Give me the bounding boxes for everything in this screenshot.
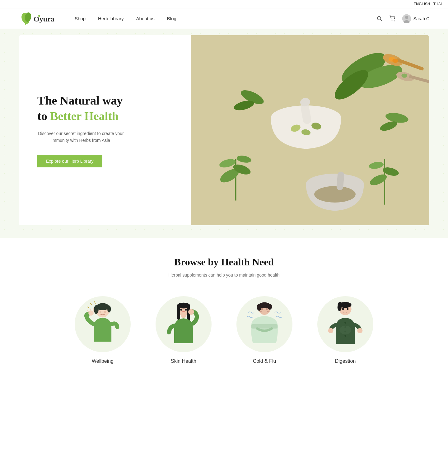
- health-item-cold[interactable]: Cold & Flu: [233, 296, 296, 364]
- svg-point-73: [266, 308, 268, 310]
- main-nav: Oyura Shop Herb Library About us Blog: [0, 8, 448, 29]
- cold-circle: [236, 296, 292, 352]
- svg-line-57: [87, 307, 89, 308]
- svg-point-84: [344, 335, 346, 337]
- svg-point-31: [314, 186, 356, 203]
- svg-point-20: [393, 59, 399, 63]
- avatar: [402, 14, 411, 23]
- nav-blog[interactable]: Blog: [167, 16, 176, 21]
- nav-links: Shop Herb Library About us Blog: [75, 16, 376, 21]
- hero: The Natural way to Better Health Discove…: [19, 35, 429, 225]
- svg-point-64: [185, 309, 187, 311]
- svg-point-72: [261, 308, 263, 310]
- svg-point-48: [94, 305, 99, 314]
- svg-point-4: [38, 15, 40, 17]
- browse-subtitle: Herbal supplements can help you to maint…: [19, 273, 429, 278]
- hero-wrapper: The Natural way to Better Health Discove…: [0, 29, 448, 238]
- hero-image: [191, 35, 429, 225]
- svg-point-7: [391, 20, 392, 21]
- health-grid: Wellbeing: [19, 296, 429, 364]
- browse-title: Browse by Health Need: [19, 256, 429, 268]
- wellbeing-circle: [75, 296, 131, 352]
- skin-label: Skin Health: [171, 358, 196, 364]
- svg-point-86: [357, 328, 362, 333]
- svg-point-78: [338, 302, 343, 307]
- health-item-digestion[interactable]: Digestion: [314, 296, 376, 364]
- explore-herb-library-button[interactable]: Explore our Herb Library: [37, 155, 102, 167]
- language-bar: ENGLISH THAI: [0, 0, 448, 8]
- health-item-wellbeing[interactable]: Wellbeing: [72, 296, 134, 364]
- svg-point-79: [342, 308, 344, 310]
- svg-point-70: [257, 304, 262, 311]
- user-name: Sarah C: [413, 16, 429, 21]
- wellbeing-label: Wellbeing: [92, 358, 114, 364]
- cold-label: Cold & Flu: [253, 358, 276, 364]
- nav-right: Sarah C: [376, 14, 429, 23]
- svg-point-8: [394, 20, 394, 21]
- svg-line-53: [87, 310, 89, 312]
- nav-shop[interactable]: Shop: [75, 16, 86, 21]
- svg-line-56: [91, 303, 93, 306]
- skin-circle: [156, 296, 212, 352]
- hero-illustration: [191, 35, 429, 225]
- svg-point-23: [402, 74, 408, 78]
- nav-herb-library[interactable]: Herb Library: [98, 16, 124, 21]
- svg-point-71: [267, 304, 272, 310]
- svg-point-85: [328, 328, 334, 333]
- svg-point-66: [181, 312, 187, 318]
- search-icon[interactable]: [376, 15, 383, 22]
- hero-left: The Natural way to Better Health Discove…: [19, 35, 191, 225]
- svg-point-67: [188, 309, 194, 315]
- hero-subtitle: Discover our secret ingredient to create…: [37, 130, 124, 144]
- svg-line-54: [91, 309, 91, 311]
- nav-about-us[interactable]: About us: [136, 16, 155, 21]
- svg-rect-61: [177, 305, 180, 320]
- svg-text:Oyura: Oyura: [34, 15, 54, 23]
- hero-title: The Natural way to Better Health: [37, 93, 172, 124]
- svg-point-50: [100, 311, 101, 313]
- browse-section: Browse by Health Need Herbal supplements…: [0, 238, 448, 389]
- wellbeing-figure: [81, 301, 124, 348]
- logo-svg: Oyura: [19, 12, 62, 26]
- health-item-skin[interactable]: Skin Health: [152, 296, 215, 364]
- svg-point-87: [339, 326, 351, 334]
- digestion-label: Digestion: [335, 358, 356, 364]
- cold-figure: [243, 301, 286, 348]
- svg-point-49: [107, 306, 111, 313]
- svg-point-10: [405, 16, 408, 19]
- svg-line-6: [380, 20, 382, 21]
- svg-point-80: [347, 308, 349, 310]
- user-area[interactable]: Sarah C: [402, 14, 429, 23]
- svg-rect-74: [251, 324, 278, 329]
- cart-icon[interactable]: [389, 15, 396, 22]
- thai-lang[interactable]: THAI: [433, 2, 442, 6]
- svg-point-51: [104, 311, 106, 313]
- svg-line-58: [95, 301, 96, 304]
- digestion-figure: [324, 301, 367, 348]
- skin-figure: [162, 301, 205, 348]
- svg-point-5: [377, 16, 381, 20]
- english-lang[interactable]: ENGLISH: [413, 2, 430, 6]
- svg-point-81: [344, 322, 346, 324]
- svg-point-63: [180, 309, 182, 311]
- logo[interactable]: Oyura: [19, 12, 62, 26]
- digestion-circle: [317, 296, 373, 352]
